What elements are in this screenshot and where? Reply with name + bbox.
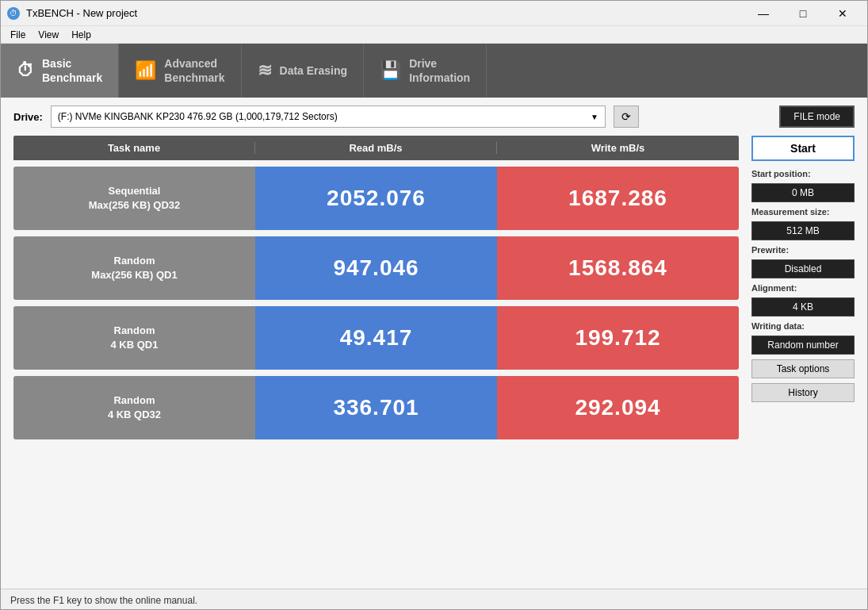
measurement-size-label: Measurement size: [751,207,855,217]
task-name-random-4kb-qd1: Random4 KB QD1 [13,306,255,370]
start-position-value[interactable]: 0 MB [751,183,855,202]
status-text: Press the F1 key to show the online manu… [10,595,197,606]
app-icon: ⏱ [7,7,20,20]
task-name-random-4kb-qd32: Random4 KB QD32 [13,376,255,439]
menu-help[interactable]: Help [65,28,98,42]
read-value-random-256: 947.046 [255,236,497,300]
tab-data-erasing-label: Data Erasing [280,63,348,78]
main-content: Drive: (F:) NVMe KINGBANK KP230 476.92 G… [1,98,867,589]
writing-data-label: Writing data: [751,321,855,331]
status-bar: Press the F1 key to show the online manu… [1,589,867,610]
benchmark-area: Task name Read mB/s Write mB/s Sequentia… [1,136,867,589]
prewrite-label: Prewrite: [751,245,855,255]
start-position-label: Start position: [751,169,855,178]
advanced-benchmark-icon: 📶 [135,60,156,81]
title-bar: ⏱ TxBENCH - New project — □ ✕ [1,1,867,26]
write-value-random-256: 1568.864 [497,236,739,300]
read-value-random-4kb-qd32: 336.701 [255,376,497,439]
tab-bar: ⏱ BasicBenchmark 📶 AdvancedBenchmark ≋ D… [1,44,867,98]
data-erasing-icon: ≋ [258,60,272,81]
basic-benchmark-icon: ⏱ [17,60,34,81]
drive-select-dropdown[interactable]: (F:) NVMe KINGBANK KP230 476.92 GB (1,00… [51,106,606,128]
tab-basic-benchmark[interactable]: ⏱ BasicBenchmark [1,44,119,98]
prewrite-value[interactable]: Disabled [751,259,855,278]
tab-data-erasing[interactable]: ≋ Data Erasing [242,44,365,98]
read-value-random-4kb-qd1: 49.417 [255,306,497,370]
start-button[interactable]: Start [751,136,855,161]
drive-row: Drive: (F:) NVMe KINGBANK KP230 476.92 G… [1,98,867,136]
task-options-button[interactable]: Task options [751,359,855,378]
tab-drive-information-label: DriveInformation [409,56,470,85]
tab-drive-information[interactable]: 💾 DriveInformation [364,44,487,98]
menu-file[interactable]: File [4,28,32,42]
table-row: SequentialMax(256 KB) QD32 2052.076 1687… [13,167,739,230]
window-controls: — □ ✕ [745,1,861,26]
close-button[interactable]: ✕ [824,1,861,26]
history-button[interactable]: History [751,383,855,402]
measurement-size-value[interactable]: 512 MB [751,221,855,240]
app-title: TxBENCH - New project [26,7,137,19]
task-name-random-256: RandomMax(256 KB) QD1 [13,236,255,300]
tab-basic-benchmark-label: BasicBenchmark [42,56,102,85]
dropdown-arrow-icon: ▼ [591,113,598,121]
drive-information-icon: 💾 [380,60,401,81]
drive-select-value: (F:) NVMe KINGBANK KP230 476.92 GB (1,00… [58,111,338,122]
write-value-random-4kb-qd1: 199.712 [497,306,739,370]
header-write: Write mB/s [497,142,739,154]
write-value-sequential: 1687.286 [497,167,739,230]
menu-bar: File View Help [1,26,867,44]
drive-label: Drive: [13,111,43,123]
minimize-button[interactable]: — [745,1,782,26]
file-mode-button[interactable]: FILE mode [779,106,855,128]
read-value-sequential: 2052.076 [255,167,497,230]
table-row: Random4 KB QD32 336.701 292.094 [13,376,739,439]
refresh-icon: ⟳ [621,110,631,123]
alignment-value[interactable]: 4 KB [751,297,855,317]
task-name-sequential: SequentialMax(256 KB) QD32 [13,167,255,230]
alignment-label: Alignment: [751,283,855,293]
table-row: Random4 KB QD1 49.417 199.712 [13,306,739,370]
maximize-button[interactable]: □ [785,1,821,26]
table-row: RandomMax(256 KB) QD1 947.046 1568.864 [13,236,739,300]
title-bar-left: ⏱ TxBENCH - New project [7,7,137,20]
table-header: Task name Read mB/s Write mB/s [13,136,739,160]
tab-advanced-benchmark-label: AdvancedBenchmark [164,56,224,85]
writing-data-value[interactable]: Random number [751,336,855,355]
write-value-random-4kb-qd32: 292.094 [497,376,739,439]
header-task-name: Task name [13,142,255,154]
refresh-button[interactable]: ⟳ [614,106,639,128]
menu-view[interactable]: View [32,28,65,42]
controls-panel: Start Start position: 0 MB Measurement s… [751,136,855,581]
header-read: Read mB/s [255,142,497,154]
results-table: Task name Read mB/s Write mB/s Sequentia… [13,136,739,581]
tab-advanced-benchmark[interactable]: 📶 AdvancedBenchmark [119,44,241,98]
